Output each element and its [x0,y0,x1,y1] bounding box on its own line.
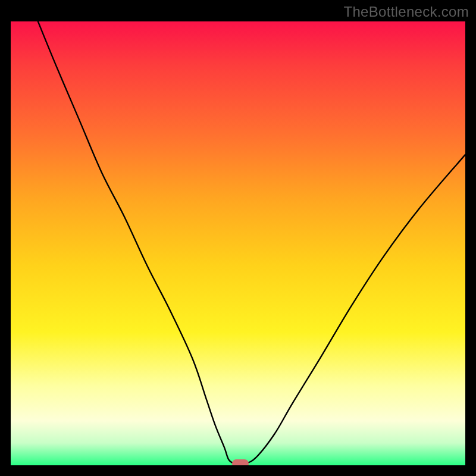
chart-frame: TheBottleneck.com [0,0,476,476]
bottleneck-curve [11,21,465,465]
minimum-marker [232,459,249,465]
watermark-text: TheBottleneck.com [343,4,469,20]
plot-area [11,21,465,465]
curve-path [38,21,465,464]
